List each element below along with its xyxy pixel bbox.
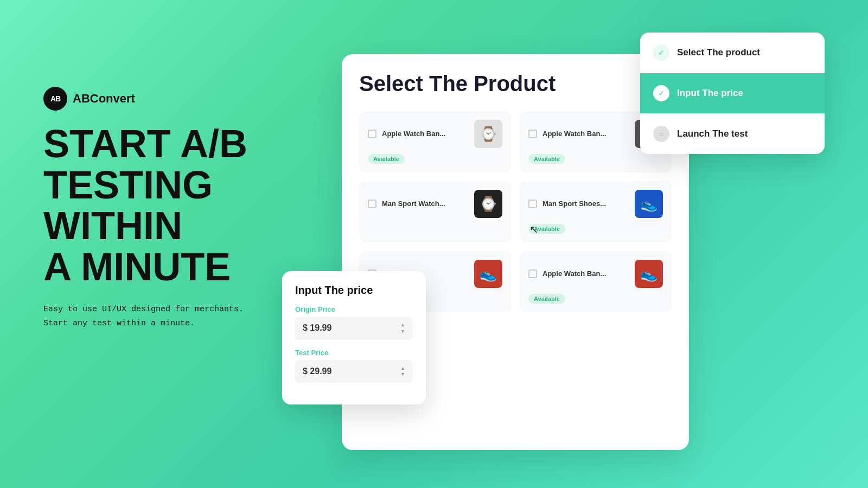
cursor-icon: ↖: [529, 223, 539, 236]
product-checkbox-6[interactable]: [528, 269, 537, 278]
product-checkbox-2[interactable]: [528, 130, 537, 138]
step-icon-1: ✓: [653, 44, 669, 61]
origin-price-label: Origin Price: [295, 305, 413, 313]
test-price-value: $ 29.99: [303, 367, 331, 376]
headline: START A/B TESTING WITHIN A MINUTE: [43, 124, 304, 287]
origin-price-input[interactable]: $ 19.99 ▲ ▼: [295, 317, 413, 340]
product-img-5: 👟: [474, 260, 502, 288]
step-label-2: Input The price: [677, 88, 743, 99]
headline-line1: START A/B: [43, 124, 304, 165]
step-label-1: Select The product: [677, 47, 760, 58]
product-name-1: Apple Watch Ban...: [382, 130, 469, 139]
test-price-label: Test Price: [295, 349, 413, 357]
left-panel: AB ABConvert START A/B TESTING WITHIN A …: [43, 87, 304, 330]
stepper-down[interactable]: ▼: [400, 329, 405, 335]
headline-line2: TESTING: [43, 165, 304, 206]
test-price-stepper[interactable]: ▲ ▼: [400, 365, 405, 378]
price-input-card: Input The price Origin Price $ 19.99 ▲ ▼…: [282, 271, 426, 404]
brand-name: ABConvert: [73, 92, 135, 106]
product-img-6: 👟: [635, 260, 663, 288]
product-badge-2: Available: [528, 154, 565, 164]
product-name-3: Man Sport Watch...: [382, 200, 469, 209]
product-img-3: ⌚: [474, 190, 502, 218]
product-item-6[interactable]: Apple Watch Ban... 👟 Available: [520, 251, 672, 312]
product-img-4: 👟: [635, 190, 663, 218]
price-card-title: Input The price: [295, 284, 413, 297]
test-stepper-down[interactable]: ▼: [400, 371, 405, 377]
product-checkbox-3[interactable]: [368, 200, 376, 208]
product-badge-6: Available: [528, 294, 565, 304]
product-img-1: ⌚: [474, 120, 502, 148]
step-item-3: ○ Launch The test: [640, 114, 825, 154]
steps-panel: ✓ Select The product ✓ Input The price ○…: [640, 33, 825, 154]
origin-price-value: $ 19.99: [303, 323, 331, 333]
headline-line4: A MINUTE: [43, 247, 304, 288]
product-name-2: Apple Watch Ban...: [542, 130, 629, 139]
stepper-up[interactable]: ▲: [400, 322, 405, 328]
product-badge-1: Available: [368, 154, 405, 164]
headline-line3: WITHIN: [43, 206, 304, 247]
product-item-4[interactable]: Man Sport Shoes... 👟 Available ↖: [520, 181, 672, 242]
step-icon-3: ○: [653, 126, 669, 142]
logo-icon: AB: [43, 87, 67, 111]
logo-area: AB ABConvert: [43, 87, 304, 111]
product-name-6: Apple Watch Ban...: [542, 269, 629, 279]
step-label-3: Launch The test: [677, 129, 748, 139]
origin-price-stepper[interactable]: ▲ ▼: [400, 322, 405, 335]
step-item-1: ✓ Select The product: [640, 33, 825, 73]
step-icon-2: ✓: [653, 85, 669, 101]
subtext: Easy to use UI/UX designed for merchants…: [43, 303, 250, 330]
test-stepper-up[interactable]: ▲: [400, 365, 405, 371]
card-title: Select The Product: [359, 72, 672, 96]
product-name-4: Man Sport Shoes...: [542, 200, 629, 209]
product-item-1[interactable]: Apple Watch Ban... ⌚ Available: [359, 111, 511, 172]
test-price-input[interactable]: $ 29.99 ▲ ▼: [295, 360, 413, 383]
product-item-3[interactable]: Man Sport Watch... ⌚: [359, 181, 511, 242]
step-item-2: ✓ Input The price: [640, 73, 825, 114]
product-checkbox-4[interactable]: [528, 200, 537, 208]
logo-letters: AB: [50, 94, 60, 103]
product-checkbox-1[interactable]: [368, 130, 376, 138]
